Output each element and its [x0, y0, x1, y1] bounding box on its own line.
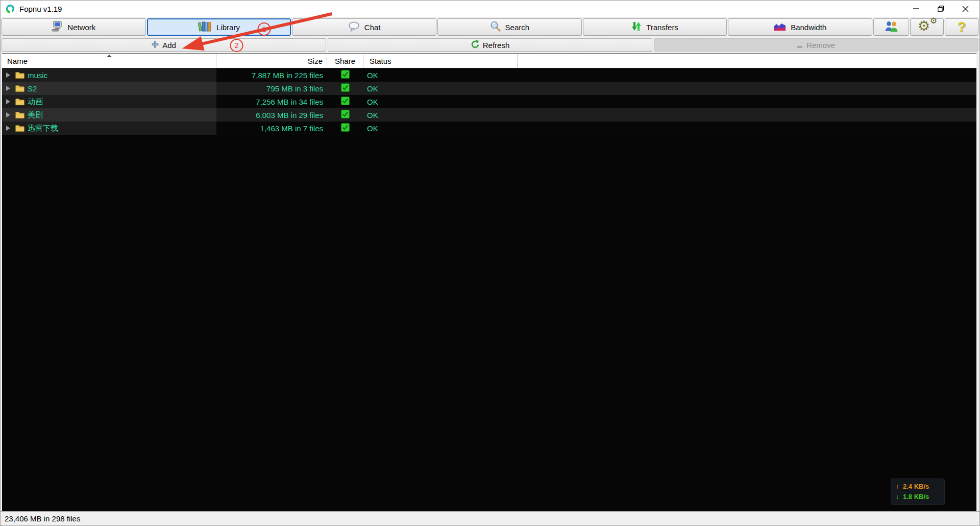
tab-bandwidth[interactable]: Bandwidth — [728, 18, 872, 36]
share-cell — [327, 95, 363, 108]
folder-name-cell: 美剧 — [2, 108, 216, 122]
folder-name: S2 — [28, 84, 37, 93]
settings-button[interactable]: ⚙ ⚙ — [910, 18, 944, 36]
up-arrow-icon: ↑ — [896, 482, 903, 492]
folder-name: music — [28, 71, 47, 80]
users-button[interactable] — [873, 18, 909, 36]
minus-icon — [797, 41, 803, 50]
remove-button-label: Remove — [806, 41, 835, 50]
table-row[interactable]: 迅雷下载 1,463 MB in 7 files OK — [2, 122, 976, 135]
share-status: OK — [363, 95, 518, 108]
folder-name-cell: S2 — [2, 82, 216, 95]
folder-name: 美剧 — [28, 110, 43, 120]
fopnu-logo-icon — [5, 4, 15, 14]
share-status: OK — [363, 108, 518, 122]
refresh-icon — [471, 40, 479, 50]
share-checkbox[interactable] — [341, 97, 350, 107]
speed-overlay: ↑2.4 KB/s ↓1.8 KB/s — [891, 479, 945, 505]
tab-library-label: Library — [216, 23, 240, 32]
sort-ascending-icon — [107, 55, 112, 57]
magnifier-icon — [490, 21, 501, 33]
tab-transfers[interactable]: Transfers — [583, 18, 727, 36]
share-checkbox[interactable] — [341, 123, 350, 133]
folder-name: 动画 — [28, 97, 43, 107]
share-cell — [327, 68, 363, 82]
folder-size: 7,887 MB in 225 files — [216, 68, 327, 82]
upload-speed: ↑2.4 KB/s — [896, 482, 940, 492]
folder-size: 7,256 MB in 34 files — [216, 95, 327, 108]
folder-icon — [15, 98, 24, 106]
library-panel: Name Size Share Status music 7,887 MB in… — [2, 53, 976, 511]
fopnu-window: Fopnu v1.19 — [0, 0, 980, 526]
tab-search-label: Search — [505, 23, 530, 32]
expand-arrow-icon[interactable] — [6, 112, 10, 117]
gear-icon: ⚙ ⚙ — [918, 19, 936, 35]
question-mark-icon: ? — [958, 19, 966, 35]
minimize-button[interactable] — [904, 1, 928, 17]
folder-size: 795 MB in 3 files — [216, 82, 327, 95]
shared-folders-list: music 7,887 MB in 225 files OK S2 — [2, 68, 976, 135]
books-icon — [198, 21, 212, 34]
refresh-button[interactable]: Refresh — [328, 38, 652, 52]
column-header-filler — [518, 54, 976, 68]
tab-network-label: Network — [67, 23, 95, 32]
share-checkbox[interactable] — [341, 110, 350, 120]
folder-name-cell: music — [2, 68, 216, 82]
row-filler — [518, 68, 976, 82]
expand-arrow-icon[interactable] — [6, 86, 10, 91]
expand-arrow-icon[interactable] — [6, 99, 10, 104]
computer-icon — [52, 21, 63, 33]
table-row[interactable]: 动画 7,256 MB in 34 files OK — [2, 95, 976, 108]
folder-icon — [15, 111, 24, 119]
column-header-size[interactable]: Size — [216, 54, 327, 68]
row-filler — [518, 122, 976, 135]
add-button-label: Add — [162, 41, 176, 50]
folder-name: 迅雷下载 — [28, 124, 58, 133]
tab-chat-label: Chat — [364, 23, 381, 32]
library-action-bar: Add Refresh Remove — [1, 37, 979, 53]
share-checkbox[interactable] — [341, 83, 350, 93]
help-button[interactable]: ? — [945, 18, 978, 36]
area-chart-icon — [774, 22, 786, 33]
folder-name-cell: 迅雷下载 — [2, 122, 216, 135]
column-header-status[interactable]: Status — [363, 54, 518, 68]
title-bar: Fopnu v1.19 — [1, 1, 979, 17]
tab-bandwidth-label: Bandwidth — [791, 23, 826, 32]
row-filler — [518, 82, 976, 95]
column-header-share[interactable]: Share — [327, 54, 363, 68]
table-header: Name Size Share Status — [2, 53, 976, 68]
download-speed: ↓1.8 KB/s — [896, 492, 940, 502]
tab-chat[interactable]: Chat — [292, 18, 436, 36]
status-bar: 23,406 MB in 298 files — [1, 511, 979, 525]
remove-button[interactable]: Remove — [654, 38, 978, 52]
down-arrow-icon: ↓ — [896, 492, 903, 502]
two-people-icon — [885, 20, 898, 34]
share-status: OK — [363, 122, 518, 135]
library-summary: 23,406 MB in 298 files — [5, 514, 80, 523]
expand-arrow-icon[interactable] — [6, 126, 10, 131]
expand-arrow-icon[interactable] — [6, 73, 10, 78]
share-cell — [327, 122, 363, 135]
folder-icon — [15, 124, 24, 132]
refresh-button-label: Refresh — [483, 41, 510, 50]
table-row[interactable]: 美剧 6,003 MB in 29 files OK — [2, 108, 976, 122]
share-checkbox[interactable] — [341, 70, 350, 80]
window-title: Fopnu v1.19 — [19, 5, 62, 13]
folder-name-cell: 动画 — [2, 95, 216, 108]
share-status: OK — [363, 68, 518, 82]
table-row[interactable]: music 7,887 MB in 225 files OK — [2, 68, 976, 82]
restore-button[interactable] — [928, 1, 953, 17]
share-status: OK — [363, 82, 518, 95]
tab-network[interactable]: Network — [2, 18, 146, 36]
close-button[interactable] — [953, 1, 977, 17]
row-filler — [518, 108, 976, 122]
tab-library[interactable]: Library — [147, 18, 291, 36]
add-button[interactable]: Add — [2, 38, 326, 52]
table-row[interactable]: S2 795 MB in 3 files OK — [2, 82, 976, 95]
main-tab-bar: Network Library Chat — [1, 17, 979, 37]
folder-icon — [15, 84, 24, 92]
folder-size: 1,463 MB in 7 files — [216, 122, 327, 135]
tab-transfers-label: Transfers — [646, 23, 678, 32]
share-cell — [327, 82, 363, 95]
tab-search[interactable]: Search — [437, 18, 582, 36]
